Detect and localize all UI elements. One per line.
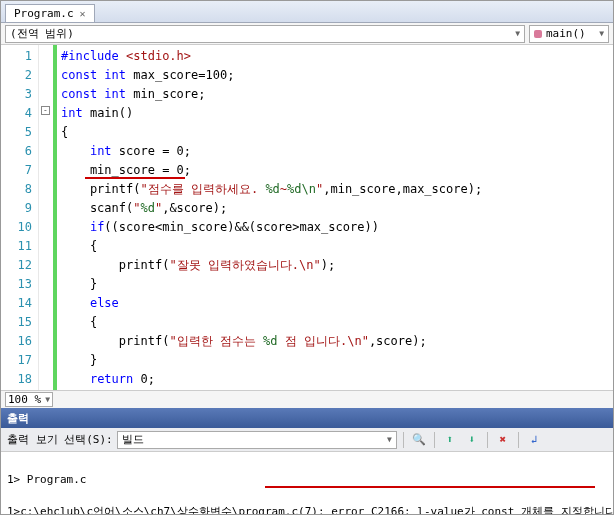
zoom-bar: 100 % ▼ [1, 390, 613, 408]
clear-icon[interactable]: ✖ [494, 431, 512, 449]
prev-message-icon[interactable]: ⬆ [441, 431, 459, 449]
zoom-dropdown[interactable]: 100 % ▼ [5, 392, 53, 407]
next-message-icon[interactable]: ⬇ [463, 431, 481, 449]
output-toolbar: 출력 보기 선택(S): 빌드 ▼ 🔍 ⬆ ⬇ ✖ ↲ [1, 428, 613, 452]
wrap-icon[interactable]: ↲ [525, 431, 543, 449]
chevron-down-icon: ▼ [515, 29, 520, 38]
function-icon [534, 30, 542, 38]
chevron-down-icon: ▼ [387, 435, 392, 444]
code-content[interactable]: #include <stdio.h> const int max_score=1… [53, 45, 613, 390]
close-icon[interactable]: ✕ [80, 8, 86, 19]
function-dropdown[interactable]: main() ▼ [529, 25, 609, 43]
chevron-down-icon: ▼ [599, 29, 604, 38]
chevron-down-icon: ▼ [45, 395, 50, 404]
scope-label: (전역 범위) [10, 26, 74, 41]
file-tab[interactable]: Program.c ✕ [5, 4, 95, 22]
line-gutter: 123456789101112131415161718 [1, 45, 39, 390]
zoom-value: 100 % [8, 393, 41, 406]
find-icon[interactable]: 🔍 [410, 431, 428, 449]
output-title: 출력 [7, 411, 29, 426]
error-underline [85, 177, 185, 179]
error-underline [265, 486, 595, 488]
nav-bar: (전역 범위) ▼ main() ▼ [1, 23, 613, 45]
function-label: main() [546, 27, 586, 40]
output-select-label: 출력 보기 선택(S): [7, 432, 113, 447]
code-editor[interactable]: 123456789101112131415161718 - #include <… [1, 45, 613, 390]
tab-bar: Program.c ✕ [1, 1, 613, 23]
output-source-dropdown[interactable]: 빌드 ▼ [117, 431, 397, 449]
output-panel-header: 출력 [1, 408, 613, 428]
fold-column: - [39, 45, 53, 390]
tab-title: Program.c [14, 7, 74, 20]
output-text[interactable]: 1> Program.c 1>c:\ehclub\c언어\소스\ch7\상수화변… [1, 452, 613, 515]
scope-dropdown[interactable]: (전역 범위) ▼ [5, 25, 525, 43]
fold-toggle[interactable]: - [41, 106, 50, 115]
